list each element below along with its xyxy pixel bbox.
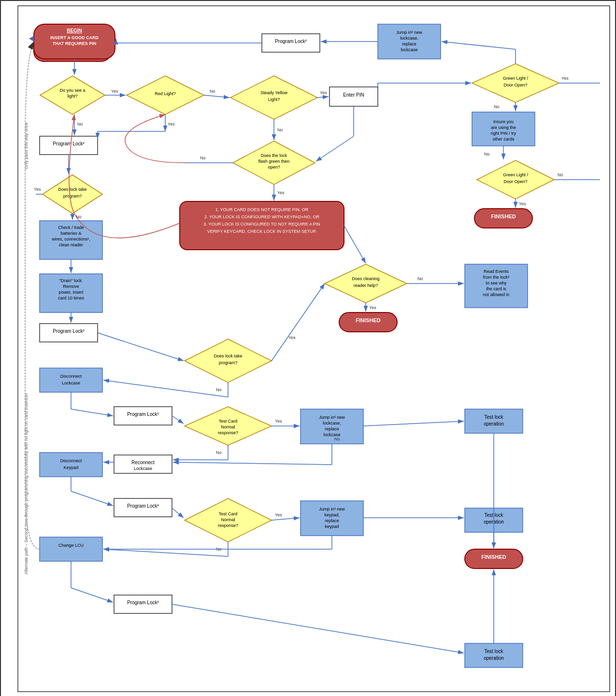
arrow-jumplower-testlockop1 xyxy=(363,421,464,426)
arrow-redlight-no-steady xyxy=(204,95,229,98)
drain-text1: "Drain" lock: xyxy=(59,278,83,283)
program-lock-left-text: Program Lock² xyxy=(53,141,85,146)
label-yes-lockprog2: Yes xyxy=(288,335,296,340)
program-lock-3-text: Program Lock² xyxy=(53,328,85,334)
outer-border xyxy=(18,6,610,692)
label-no-gl2: No xyxy=(558,172,563,177)
label-yes-testcard1: Yes xyxy=(275,419,282,424)
label-no-insurepn: No xyxy=(484,152,490,156)
read-events-text4: the card is xyxy=(486,286,506,291)
label-yes-steady: Yes xyxy=(320,90,327,95)
cleaning-text1: Does cleaning xyxy=(352,276,379,281)
jump-lockcase-top-text1: Jump in³ new xyxy=(396,30,422,35)
label-yes-redlight: Yes xyxy=(168,122,175,127)
label-yes-gl2: Yes xyxy=(519,201,526,206)
steady-yellow-text2: Light? xyxy=(268,97,280,102)
side-label-alternate: Alternate path – Second time through pro… xyxy=(24,394,29,575)
lock-take-prog-1-text2: program? xyxy=(63,194,82,199)
green-light-2-text2: Door Open? xyxy=(503,179,527,184)
reconnect-lockcase-text: Reconnect xyxy=(131,460,155,465)
begin-arrow-indicator xyxy=(29,36,34,42)
cleaning-text2: reader help? xyxy=(354,283,378,288)
insure-pin-text2: are using the xyxy=(491,125,516,130)
arrow-lockprog2-yes xyxy=(272,284,325,361)
read-events-text2: from the lock² xyxy=(483,275,510,280)
arrow-info-back-begin xyxy=(69,114,180,238)
change-lcu-text1: Change LCU xyxy=(58,543,84,548)
test-card-1-text1: Test Card xyxy=(219,419,238,424)
label-no-testcard1: No xyxy=(216,450,222,455)
arrow-proglock3-lockprog2 xyxy=(98,333,184,361)
green-light-1-text2: Door Open? xyxy=(503,83,527,87)
jump-lockcase-top-text4: lockcase xyxy=(401,47,417,52)
disconnect-lockcase-box xyxy=(40,368,102,392)
label-no-jumplower: No xyxy=(334,437,340,441)
lock-flash-text3: open? xyxy=(268,165,280,170)
check-batt-text3: wires, connections¹, xyxy=(51,237,90,241)
finished-2-text: FINISHED xyxy=(356,317,380,323)
jump-keypad-text4: keypad xyxy=(325,524,339,529)
label-yes-flash: Yes xyxy=(277,190,285,195)
green-light-2-text1: Green Light / xyxy=(503,172,529,177)
program-lock-5-text: Program Lock² xyxy=(127,503,159,509)
test-lock-op-1-text1: Test lock xyxy=(485,414,504,420)
arrow-gl1-to-jumptop xyxy=(442,42,516,49)
arrow-changelcu-proglock6 xyxy=(71,588,113,602)
finished-1-text: FINISHED xyxy=(491,213,516,219)
label-yes-lockprog1: Yes xyxy=(34,187,41,192)
test-lock-op-1-text2: operation xyxy=(484,421,504,426)
begin-label: BEGIN xyxy=(67,28,82,33)
insure-pin-text4: other cards xyxy=(492,137,515,142)
arrow-testcard2-no-changelcu xyxy=(103,549,228,556)
label-no-1: No xyxy=(77,122,83,127)
test-lock-op-2-text1: Test lock xyxy=(485,649,504,654)
test-card-2-text2: Normal xyxy=(221,517,235,522)
enter-pin-text: Enter PIN xyxy=(343,92,364,98)
test-card-2-text3: response? xyxy=(218,523,238,528)
label-yes-gl1: Yes xyxy=(561,76,569,81)
arrow-disclock-proglock4 xyxy=(71,409,113,416)
program-lock-top-text: Program Lock² xyxy=(275,39,307,44)
lock-take-prog-2-text2: program? xyxy=(219,360,238,365)
arrow-proglock6-testlockop2 xyxy=(172,604,464,653)
lock-flash-text1: Does the lock xyxy=(261,153,287,158)
lock-take-prog-2-text1: Does lock take xyxy=(214,354,242,358)
disconnect-keypad-box xyxy=(40,453,102,477)
red-light-text: Red Light? xyxy=(155,91,176,96)
check-batt-text2: batteries & xyxy=(60,231,81,236)
arrow-proglock5-testcard2 xyxy=(172,508,184,518)
program-lock-6-text: Program Lock² xyxy=(127,600,159,605)
begin-line1: INSERT A GOOD CARD xyxy=(50,35,99,40)
arrow-jumplower-reconnect xyxy=(173,462,332,465)
lock-take-prog-1-text1: Does lock take xyxy=(58,187,86,192)
arrow-steady-yes-enterpin xyxy=(317,97,329,98)
green-light-1-text1: Green Light / xyxy=(503,76,529,81)
program-lock-4-text: Program Lock² xyxy=(127,412,159,417)
label-no-lockprog2: No xyxy=(216,387,222,392)
test-card-1-text2: Normal xyxy=(221,425,235,429)
insure-pin-text3: right PIN / try xyxy=(491,131,516,136)
check-batt-text1: Check / trade xyxy=(58,225,84,230)
arrow-disckey-proglock5 xyxy=(71,491,113,506)
arrow-flash-back-red xyxy=(125,114,185,163)
info-text2: 2. YOUR LOCK IS CONFIGURED WITH KEYPAD=N… xyxy=(204,214,319,219)
test-card-1-text3: response? xyxy=(218,430,238,435)
drain-text3: power, insert xyxy=(58,290,84,295)
info-text1: 1. YOUR CARD DOES NOT REQUIRE PIN, OR xyxy=(215,207,309,212)
jump-lockcase-top-text2: lockcase, xyxy=(400,36,418,41)
see-light-text2: light? xyxy=(67,94,78,99)
finished-3-text: FINISHED xyxy=(481,554,506,560)
label-yes-testcard2: Yes xyxy=(275,512,282,517)
info-text3: 3. YOUR LOCK IS CONFIGURED TO NOT REQUIR… xyxy=(203,222,320,227)
disconnect-keypad-text2: Keypad xyxy=(64,465,79,470)
check-batt-text4: clean reader xyxy=(59,242,83,247)
jump-keypad-text3: replace xyxy=(325,518,339,523)
label-no-gl1: No xyxy=(494,104,500,109)
flowchart-container: Only pass this way once Alternate path –… xyxy=(0,0,616,696)
change-lcu-box xyxy=(40,537,102,561)
label-no-2: No xyxy=(210,89,215,94)
read-events-text1: Read Events xyxy=(484,269,509,274)
lock-flash-text2: flash green then xyxy=(258,159,290,164)
read-events-text3: to see why xyxy=(486,281,507,285)
jump-lockcase-lower-text2: lockcase, xyxy=(323,421,341,426)
